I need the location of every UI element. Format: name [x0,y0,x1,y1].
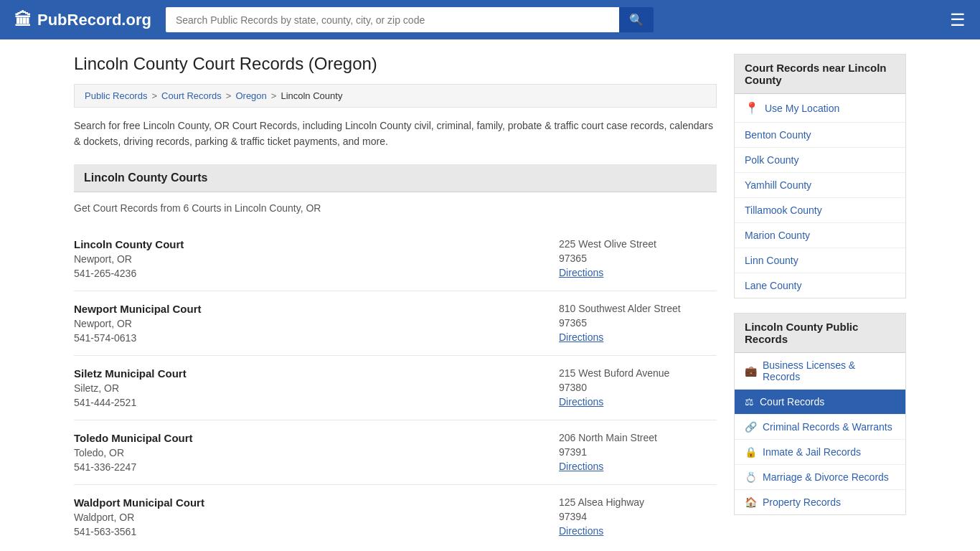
court-city: Toledo, OR [74,447,193,458]
nearby-county-link[interactable]: Marion County [735,223,905,248]
search-button[interactable]: 🔍 [619,7,654,32]
record-type-link[interactable]: 💼 Business Licenses & Records [735,353,905,389]
court-phone: 541-563-3561 [74,526,204,537]
nearby-county-item[interactable]: Benton County [735,123,905,148]
court-address: 225 West Olive Street [559,238,717,250]
logo-icon: 🏛 [14,10,32,30]
court-left: Newport Municipal Court Newport, OR 541-… [74,303,202,344]
location-icon: 📍 [745,101,759,115]
breadcrumb-sep-3: > [271,90,277,101]
record-type-item[interactable]: ⚖ Court Records [735,390,905,415]
nearby-county-link[interactable]: Linn County [735,248,905,273]
court-city: Newport, OR [74,318,202,329]
nearby-county-item[interactable]: Lane County [735,273,905,298]
record-type-link[interactable]: 🔗 Criminal Records & Warrants [735,415,905,439]
record-type-label: Property Records [763,496,841,508]
court-left: Lincoln County Court Newport, OR 541-265… [74,238,184,279]
use-location-link[interactable]: Use My Location [765,103,839,114]
record-type-item[interactable]: 💼 Business Licenses & Records [735,353,905,390]
record-type-item[interactable]: 💍 Marriage & Divorce Records [735,465,905,490]
hamburger-button[interactable]: ☰ [950,10,966,30]
public-records-header: Lincoln County Public Records [735,314,905,353]
record-type-label: Inmate & Jail Records [763,446,861,458]
search-bar: 🔍 [166,7,654,32]
directions-link[interactable]: Directions [559,331,603,343]
court-left: Toledo Municipal Court Toledo, OR 541-33… [74,432,193,473]
breadcrumb-oregon[interactable]: Oregon [235,90,266,101]
court-name: Toledo Municipal Court [74,432,193,444]
nearby-county-link[interactable]: Yamhill County [735,173,905,197]
search-input[interactable] [166,7,619,32]
nearby-county-item[interactable]: Marion County [735,223,905,248]
record-type-label: Marriage & Divorce Records [763,471,889,483]
record-icon: 🔗 [745,421,757,433]
court-right: 225 West Olive Street 97365 Directions [559,238,717,279]
intro-text: Search for free Lincoln County, OR Court… [74,118,717,150]
main-container: Lincoln County Court Records (Oregon) Pu… [60,39,920,551]
courts-section-header: Lincoln County Courts [74,164,717,192]
record-type-item[interactable]: 🔗 Criminal Records & Warrants [735,415,905,440]
nearby-counties-list: Benton CountyPolk CountyYamhill CountyTi… [735,123,905,298]
court-address: 206 North Main Street [559,432,717,443]
court-left: Siletz Municipal Court Siletz, OR 541-44… [74,367,187,408]
court-phone: 541-574-0613 [74,332,202,344]
court-zip: 97365 [559,253,717,264]
directions-link[interactable]: Directions [559,267,603,278]
record-icon: 🏠 [745,496,757,508]
courts-count: Get Court Records from 6 Courts in Linco… [74,202,717,214]
directions-link[interactable]: Directions [559,461,603,472]
court-left: Waldport Municipal Court Waldport, OR 54… [74,496,204,537]
court-phone: 541-444-2521 [74,397,187,408]
court-entry: Newport Municipal Court Newport, OR 541-… [74,291,717,356]
directions-link[interactable]: Directions [559,396,603,408]
nearby-county-link[interactable]: Benton County [735,123,905,147]
court-address: 215 West Buford Avenue [559,367,717,379]
courts-list: Lincoln County Court Newport, OR 541-265… [74,227,717,549]
record-icon: 🔒 [745,446,757,458]
record-icon: ⚖ [745,396,754,408]
record-type-item[interactable]: 🔒 Inmate & Jail Records [735,440,905,465]
breadcrumb-sep-2: > [226,90,232,101]
directions-link[interactable]: Directions [559,525,603,537]
court-zip: 97391 [559,446,717,458]
court-right: 206 North Main Street 97391 Directions [559,432,717,473]
logo-text: PubRecord.org [37,11,151,29]
sidebar: Court Records near Lincoln County 📍 Use … [734,54,906,549]
court-name: Waldport Municipal Court [74,496,204,509]
breadcrumb-court-records[interactable]: Court Records [161,90,222,101]
record-type-item[interactable]: 🏠 Property Records [735,490,905,514]
site-logo[interactable]: 🏛 PubRecord.org [14,10,151,30]
nearby-county-item[interactable]: Yamhill County [735,173,905,198]
record-icon: 💼 [745,365,757,377]
court-entry: Lincoln County Court Newport, OR 541-265… [74,227,717,291]
nearby-header: Court Records near Lincoln County [735,55,905,94]
record-type-link[interactable]: 🏠 Property Records [735,490,905,514]
nearby-county-link[interactable]: Tillamook County [735,198,905,222]
nearby-county-item[interactable]: Linn County [735,248,905,273]
breadcrumb-public-records[interactable]: Public Records [85,90,147,101]
court-phone: 541-265-4236 [74,268,184,279]
record-type-label: Court Records [760,396,824,408]
nearby-county-item[interactable]: Tillamook County [735,198,905,223]
court-zip: 97380 [559,382,717,393]
court-city: Waldport, OR [74,512,204,523]
site-header: 🏛 PubRecord.org 🔍 ☰ [0,0,980,39]
nearby-county-link[interactable]: Polk County [735,148,905,172]
court-address: 125 Alsea Highway [559,496,717,508]
nearby-county-item[interactable]: Polk County [735,148,905,173]
record-type-link[interactable]: ⚖ Court Records [735,390,905,414]
content-area: Lincoln County Court Records (Oregon) Pu… [74,54,717,549]
record-type-link[interactable]: 💍 Marriage & Divorce Records [735,465,905,489]
court-city: Newport, OR [74,253,184,265]
court-zip: 97365 [559,317,717,329]
nearby-county-link[interactable]: Lane County [735,273,905,298]
court-name: Siletz Municipal Court [74,367,187,380]
record-type-link[interactable]: 🔒 Inmate & Jail Records [735,440,905,464]
breadcrumb-sep-1: > [151,90,157,101]
court-entry: Siletz Municipal Court Siletz, OR 541-44… [74,356,717,420]
court-entry: Toledo Municipal Court Toledo, OR 541-33… [74,420,717,485]
court-right: 125 Alsea Highway 97394 Directions [559,496,717,537]
use-location-item[interactable]: 📍 Use My Location [735,94,905,123]
record-icon: 💍 [745,471,757,483]
record-type-label: Criminal Records & Warrants [763,421,892,433]
